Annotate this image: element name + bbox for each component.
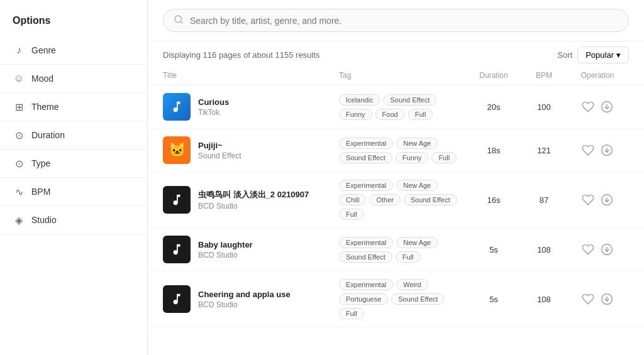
track-tags: ExperimentalNew AgeChillOtherSound Effec… [339, 180, 465, 220]
tag[interactable]: Funny [339, 109, 372, 120]
track-name: 虫鸣鸟叫 淡入淡出_2 0210907 [198, 189, 309, 200]
tag[interactable]: Full [339, 308, 364, 319]
search-bar [163, 9, 629, 32]
tag[interactable]: Experimental [339, 180, 393, 191]
track-bpm: 108 [522, 295, 566, 304]
mood-icon: ☺ [13, 72, 25, 85]
track-name: Cheering and appla use [198, 290, 291, 299]
track-thumbnail [163, 285, 191, 313]
sort-value: Popular [586, 50, 614, 60]
sidebar-item-label-genre: Genre [31, 45, 56, 55]
track-info: 虫鸣鸟叫 淡入淡出_2 0210907 BCD Studio [163, 186, 339, 214]
track-details: 虫鸣鸟叫 淡入淡出_2 0210907 BCD Studio [198, 189, 309, 210]
sidebar-item-bpm[interactable]: ∿ BPM [0, 178, 147, 206]
tag[interactable]: Chill [339, 194, 366, 205]
track-tags: ExperimentalNew AgeSound EffectFunnyFull [339, 138, 465, 163]
sidebar-item-studio[interactable]: ◈ Studio [0, 206, 147, 234]
tag[interactable]: Food [375, 109, 405, 120]
track-name: Curious [198, 97, 229, 107]
tag[interactable]: Weird [396, 279, 428, 290]
track-thumbnail [163, 93, 191, 121]
track-bpm: 108 [522, 245, 566, 254]
tracks-table: Title Tag Duration BPM Operation Curious… [148, 66, 644, 355]
sidebar-item-theme[interactable]: ⊞ Theme [0, 93, 147, 121]
tag[interactable]: Icelandic [339, 94, 380, 106]
download-button[interactable] [601, 101, 613, 113]
track-duration: 5s [465, 245, 522, 254]
tag[interactable]: Sound Effect [339, 152, 392, 163]
tag[interactable]: Sound Effect [391, 293, 445, 305]
tag[interactable]: Sound Effect [383, 94, 436, 106]
genre-icon: ♪ [13, 44, 25, 57]
like-button[interactable] [582, 194, 594, 206]
like-button[interactable] [582, 293, 594, 305]
tag[interactable]: Funny [396, 152, 429, 163]
sidebar-item-label-type: Type [31, 158, 50, 168]
tag[interactable]: New Age [396, 237, 438, 248]
track-info: Curious TikTok [163, 93, 339, 121]
track-duration: 16s [465, 195, 522, 205]
svg-line-1 [180, 21, 182, 23]
track-operations [566, 243, 629, 256]
tag[interactable]: Full [431, 152, 457, 163]
download-button[interactable] [601, 293, 613, 305]
track-artist: BCD Studio [198, 300, 291, 309]
track-thumbnail [163, 186, 191, 214]
tag[interactable]: Full [408, 109, 433, 120]
table-row: Curious TikTok IcelandicSound EffectFunn… [148, 85, 644, 129]
track-tags: IcelandicSound EffectFunnyFoodFull [339, 94, 465, 120]
bpm-icon: ∿ [13, 185, 25, 198]
results-text: Displaying 116 pages of about 1155 resul… [163, 50, 319, 60]
tag[interactable]: Experimental [339, 138, 393, 149]
track-details: Pujiji~ Sound Effect [198, 141, 242, 160]
tag[interactable]: Experimental [339, 237, 393, 248]
sidebar-item-label-mood: Mood [31, 74, 53, 84]
track-name: Baby laughter [198, 240, 253, 249]
sidebar-item-type[interactable]: ⊙ Type [0, 150, 147, 178]
track-artist: Sound Effect [198, 151, 242, 160]
like-button[interactable] [582, 243, 594, 256]
tag[interactable]: Full [339, 209, 364, 220]
like-button[interactable] [582, 144, 594, 156]
table-row: 虫鸣鸟叫 淡入淡出_2 0210907 BCD Studio Experimen… [148, 172, 644, 228]
sidebar-item-genre[interactable]: ♪ Genre [0, 36, 147, 65]
track-details: Cheering and appla use BCD Studio [198, 290, 291, 309]
main-content: Displaying 116 pages of about 1155 resul… [148, 0, 644, 355]
col-header-title: Title [163, 71, 339, 80]
track-details: Baby laughter BCD Studio [198, 240, 253, 259]
track-operations [566, 101, 629, 113]
track-bpm: 121 [522, 146, 566, 155]
track-duration: 18s [465, 146, 522, 155]
track-operations [566, 293, 629, 305]
tag[interactable]: Other [369, 194, 401, 205]
like-button[interactable] [582, 101, 594, 113]
sidebar-item-label-bpm: BPM [31, 187, 50, 197]
tag[interactable]: New Age [396, 138, 438, 149]
sort-button[interactable]: Popular ▾ [577, 46, 629, 63]
tag[interactable]: Experimental [339, 279, 393, 290]
search-icon [174, 14, 184, 26]
track-artist: BCD Studio [198, 202, 309, 210]
download-button[interactable] [601, 144, 613, 156]
tag[interactable]: Portuguese [339, 293, 388, 305]
table-row: Cheering and appla use BCD Studio Experi… [148, 271, 644, 327]
search-input[interactable] [190, 16, 618, 26]
track-thumbnail: 🐱 [163, 136, 191, 164]
sidebar-item-duration[interactable]: ⊙ Duration [0, 121, 147, 150]
sort-label: Sort [557, 50, 572, 60]
col-header-operation: Operation [566, 71, 629, 80]
tag[interactable]: Sound Effect [404, 194, 457, 205]
track-info: Cheering and appla use BCD Studio [163, 285, 339, 313]
sidebar-item-mood[interactable]: ☺ Mood [0, 65, 147, 93]
tag[interactable]: New Age [396, 180, 438, 191]
track-bpm: 100 [522, 102, 566, 112]
tag[interactable]: Full [396, 251, 421, 263]
track-info: 🐱 Pujiji~ Sound Effect [163, 136, 339, 164]
download-button[interactable] [601, 194, 613, 206]
tag[interactable]: Sound Effect [339, 251, 392, 263]
studio-icon: ◈ [13, 214, 25, 226]
sidebar-item-label-studio: Studio [31, 215, 57, 225]
download-button[interactable] [601, 243, 613, 256]
track-operations [566, 144, 629, 156]
col-header-duration: Duration [465, 71, 522, 80]
